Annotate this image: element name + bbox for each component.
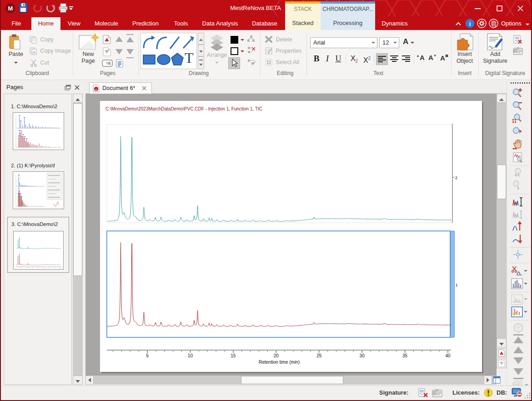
undo-icon[interactable] [32,3,43,13]
next-page-nav-icon[interactable] [497,359,507,368]
move-page-up-icon[interactable] [115,35,123,44]
documents-icon[interactable] [489,19,498,28]
doc-scroll-right-icon[interactable] [484,376,492,385]
cube-3d-icon[interactable] [513,322,524,333]
doc-vscrollbar-thumb[interactable] [497,165,506,199]
document-page[interactable]: C:\MnovaDemo\2023MarchDataDemo\PVC.CDF -… [100,101,482,372]
gallery-scroll-down-icon[interactable] [198,45,204,56]
settings-gear-icon[interactable] [477,19,487,28]
tab-stacked[interactable]: Stacked [285,20,321,26]
page-properties-icon[interactable] [115,59,124,68]
move-page-last-icon[interactable] [126,48,134,58]
copy-button[interactable]: Copy [29,35,54,44]
page-item-2-thumbnail[interactable] [13,171,64,209]
shrink-font-button[interactable]: A▼ [428,54,437,61]
close-document-icon[interactable] [142,86,147,91]
float-panel-icon[interactable] [65,85,71,91]
selection-cursor-tool[interactable] [228,57,240,69]
resize-grip[interactable] [524,392,531,399]
arrange-button[interactable]: Arrange [206,34,228,65]
toolbar-drag-handle[interactable] [511,82,530,84]
bold-button[interactable]: B [311,53,322,65]
document-tab[interactable]: e Document 6* [89,82,152,94]
chromatogram-plot[interactable]: 21510152025303540Retention time (min) [100,101,482,372]
rectangle-shape-icon[interactable] [142,51,156,68]
arc-shape-icon[interactable] [156,35,168,50]
tab-data-analysis[interactable]: Data Analysis [198,18,242,30]
pages-scroll-down-icon[interactable] [73,376,83,385]
cut-trace-dropdown-icon[interactable] [524,270,527,272]
gallery-more-icon[interactable] [198,56,204,69]
previous-page-nav-icon[interactable] [497,348,507,358]
gallery-scroll-up-icon[interactable] [198,33,204,45]
tab-view[interactable]: View [63,18,85,30]
tab-molecule[interactable]: Molecule [90,18,123,30]
close-button[interactable] [517,5,524,12]
image-overlay-dropdown-icon[interactable] [524,298,527,300]
next-page-icon[interactable] [102,47,112,57]
mnova-logo-icon[interactable]: M [5,2,16,14]
move-page-first-icon[interactable] [126,34,134,44]
add-signature-button[interactable]: Add Signature [481,33,509,65]
page-item-1-thumbnail[interactable] [13,112,64,150]
fill-color-swatch[interactable] [231,36,238,44]
font-color-button[interactable]: A [403,37,408,46]
move-page-down-icon[interactable] [115,48,123,56]
fit-intensity-all-icon[interactable] [512,208,524,220]
copy-image-button[interactable]: Copy Image [29,46,71,55]
certificate-status-icon[interactable] [432,389,442,397]
spectrum-display-icon[interactable] [511,278,523,289]
grow-font-button[interactable]: ▲A [416,54,425,61]
info-icon[interactable]: i [465,19,475,28]
properties-button[interactable]: Properties [265,46,301,55]
signature-invalid-icon[interactable] [418,388,428,398]
spectrum-display-dropdown-icon[interactable] [524,283,527,285]
pages-scroll-up-icon[interactable] [73,94,83,103]
next-zoom-icon[interactable] [512,180,523,191]
connector-tool-icon[interactable] [247,35,255,43]
delete-connector-icon[interactable] [247,45,256,55]
line-color-dropdown-icon[interactable] [241,50,244,52]
text-tool-icon[interactable]: T [185,50,194,66]
move-backward-icon[interactable] [513,357,523,366]
full-page-preview-icon[interactable] [512,151,524,163]
increase-intensity-icon[interactable] [512,221,524,232]
send-to-back-icon[interactable] [513,368,523,379]
bring-to-front-icon[interactable] [513,334,523,345]
align-right-button[interactable] [401,53,412,65]
license-warning-icon[interactable] [484,388,493,397]
doc-scroll-left-icon[interactable] [85,376,94,385]
cut-button[interactable]: Cut [29,58,49,67]
tab-processing[interactable]: Processing [321,20,375,26]
zoom-out-icon[interactable] [512,100,523,111]
tab-prediction[interactable]: Prediction [127,18,164,30]
doc-scroll-down-icon[interactable] [497,338,507,347]
verify-signatures-icon[interactable] [513,35,523,45]
superscript-button[interactable]: X2 [361,53,373,66]
maximize-button[interactable] [496,5,503,12]
doc-hscrollbar-thumb[interactable] [241,376,343,384]
decrease-intensity-icon[interactable] [512,233,524,245]
quick-access-dropdown-icon[interactable] [69,6,73,10]
new-page-button[interactable]: New Page [76,33,100,65]
peak-threshold-icon[interactable] [511,306,523,317]
font-family-select[interactable]: Arial [310,37,377,48]
clear-formatting-button[interactable]: A✖ [440,54,448,62]
tab-tools[interactable]: Tools [169,18,193,30]
save-icon[interactable] [18,2,28,13]
image-overlay-icon[interactable] [511,294,523,305]
peak-threshold-dropdown-icon[interactable] [524,311,527,313]
subscript-button[interactable]: X2 [348,53,360,67]
print-icon[interactable] [57,2,69,14]
page-item-3-selected[interactable]: 3. C:\MnovaDemo\2 [7,217,69,273]
align-center-button[interactable] [389,53,401,65]
line-color-swatch[interactable] [231,47,238,55]
tab-home[interactable]: Home [31,17,60,30]
page-title-icon[interactable]: Titl [102,60,113,67]
redo-icon[interactable] [45,3,56,13]
move-forward-icon[interactable] [513,346,523,355]
previous-page-icon[interactable] [102,35,112,45]
line-shape-icon[interactable] [169,35,181,50]
zoom-in-icon[interactable] [512,88,523,99]
fit-intensity-icon[interactable] [512,196,524,208]
